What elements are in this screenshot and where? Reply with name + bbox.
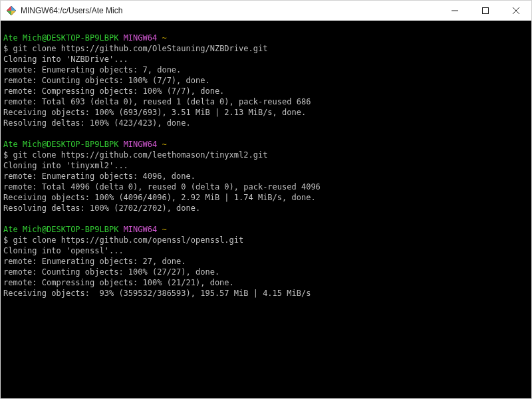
command-line: $ git clone https://github.com/openssl/o… <box>3 235 529 245</box>
titlebar[interactable]: MINGW64:/c/Users/Ate Mich <box>1 1 531 21</box>
command-line: $ git clone https://github.com/OleStauni… <box>3 43 529 54</box>
blank-line <box>3 213 529 224</box>
output-line: remote: Counting objects: 100% (27/27), … <box>3 267 529 277</box>
output-line: Cloning into 'openssl'... <box>3 245 529 256</box>
output-line: Resolving deltas: 100% (2702/2702), done… <box>3 203 529 213</box>
command-text: git clone https://github.com/OleStauning… <box>13 44 267 53</box>
app-icon <box>6 5 17 16</box>
close-icon <box>513 7 519 14</box>
output-line: remote: Total 4096 (delta 0), reused 0 (… <box>3 182 529 192</box>
output-line: remote: Compressing objects: 100% (21/21… <box>3 277 529 288</box>
output-line: remote: Enumerating objects: 27, done. <box>3 256 529 267</box>
prompt-line: Ate Mich@DESKTOP-BP9LBPK MINGW64 ~ <box>3 139 529 150</box>
output-line: Receiving objects: 100% (693/693), 3.51 … <box>3 107 529 118</box>
minimize-icon <box>452 7 458 14</box>
svg-rect-6 <box>483 8 489 14</box>
prompt-cwd: ~ <box>162 33 166 43</box>
window-title: MINGW64:/c/Users/Ate Mich <box>21 6 440 15</box>
prompt-dollar: $ <box>3 150 8 160</box>
terminal-pane[interactable]: Ate Mich@DESKTOP-BP9LBPK MINGW64 ~$ git … <box>1 21 531 398</box>
output-line: Receiving objects: 100% (4096/4096), 2.9… <box>3 192 529 203</box>
maximize-button[interactable] <box>470 1 501 21</box>
window-controls <box>440 1 531 21</box>
output-line: remote: Enumerating objects: 4096, done. <box>3 171 529 182</box>
prompt-env: MINGW64 <box>124 140 158 149</box>
minimize-button[interactable] <box>440 1 470 21</box>
svg-marker-2 <box>7 6 11 11</box>
output-line: remote: Total 693 (delta 0), reused 1 (d… <box>3 96 529 107</box>
prompt-line: Ate Mich@DESKTOP-BP9LBPK MINGW64 ~ <box>3 224 529 235</box>
output-line: Resolving deltas: 100% (423/423), done. <box>3 118 529 128</box>
svg-marker-4 <box>11 11 16 15</box>
prompt-dollar: $ <box>3 44 8 53</box>
prompt-cwd: ~ <box>162 225 166 234</box>
terminal-window: MINGW64:/c/Users/Ate Mich Ate Mich@DESKT… <box>0 0 532 399</box>
blank-line <box>3 128 529 139</box>
output-line: Cloning into 'tinyxml2'... <box>3 160 529 171</box>
output-line: remote: Counting objects: 100% (7/7), do… <box>3 75 529 86</box>
output-line: remote: Enumerating objects: 7, done. <box>3 65 529 75</box>
command-line: $ git clone https://github.com/leethomas… <box>3 150 529 160</box>
output-line: Cloning into 'NZBDrive'... <box>3 54 529 65</box>
prompt-user-host: Ate Mich@DESKTOP-BP9LBPK <box>3 140 118 149</box>
prompt-user-host: Ate Mich@DESKTOP-BP9LBPK <box>3 225 118 234</box>
prompt-cwd: ~ <box>162 140 166 149</box>
command-text: git clone https://github.com/openssl/ope… <box>13 235 243 245</box>
prompt-env: MINGW64 <box>124 225 158 234</box>
prompt-user-host: Ate Mich@DESKTOP-BP9LBPK <box>3 33 118 43</box>
command-text: git clone https://github.com/leethomason… <box>13 150 267 160</box>
prompt-dollar: $ <box>3 235 8 245</box>
close-button[interactable] <box>501 1 531 21</box>
maximize-icon <box>482 7 489 14</box>
output-line: remote: Compressing objects: 100% (7/7),… <box>3 86 529 96</box>
prompt-line: Ate Mich@DESKTOP-BP9LBPK MINGW64 ~ <box>3 33 529 43</box>
prompt-env: MINGW64 <box>124 33 158 43</box>
output-line: Receiving objects: 93% (359532/386593), … <box>3 288 529 299</box>
blank-line <box>3 22 529 33</box>
